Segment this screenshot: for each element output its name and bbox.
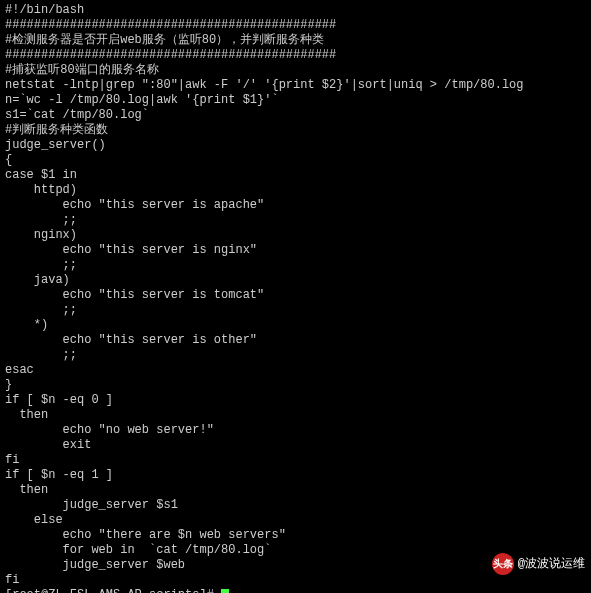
- code-line: }: [5, 378, 586, 393]
- code-line: ########################################…: [5, 18, 586, 33]
- code-line: if [ $n -eq 0 ]: [5, 393, 586, 408]
- code-line: #捕获监听80端口的服务名称: [5, 63, 586, 78]
- prompt-text: [root@ZL-FSL-AMS-AP scripts]#: [5, 588, 221, 593]
- code-line: *): [5, 318, 586, 333]
- code-line: #检测服务器是否开启web服务（监听80），并判断服务种类: [5, 33, 586, 48]
- code-line: httpd): [5, 183, 586, 198]
- code-line: judge_server(): [5, 138, 586, 153]
- code-line: echo "this server is tomcat": [5, 288, 586, 303]
- code-line: ;;: [5, 303, 586, 318]
- terminal-prompt-line[interactable]: [root@ZL-FSL-AMS-AP scripts]#: [5, 588, 586, 593]
- code-line: #判断服务种类函数: [5, 123, 586, 138]
- code-line: {: [5, 153, 586, 168]
- code-line: case $1 in: [5, 168, 586, 183]
- code-line: nginx): [5, 228, 586, 243]
- code-line: exit: [5, 438, 586, 453]
- code-line: #!/bin/bash: [5, 3, 586, 18]
- code-line: then: [5, 408, 586, 423]
- code-line: echo "no web server!": [5, 423, 586, 438]
- code-line: ;;: [5, 213, 586, 228]
- cursor: [221, 589, 229, 593]
- watermark-icon: 头条: [492, 553, 514, 575]
- code-line: java): [5, 273, 586, 288]
- code-line: s1=`cat /tmp/80.log`: [5, 108, 586, 123]
- code-line: echo "this server is apache": [5, 198, 586, 213]
- code-line: ########################################…: [5, 48, 586, 63]
- code-line: ;;: [5, 258, 586, 273]
- watermark: 头条 @波波说运维: [492, 553, 585, 575]
- code-line: judge_server $s1: [5, 498, 586, 513]
- code-line: if [ $n -eq 1 ]: [5, 468, 586, 483]
- code-line: else: [5, 513, 586, 528]
- code-line: then: [5, 483, 586, 498]
- terminal-output: #!/bin/bash#############################…: [5, 3, 586, 588]
- code-line: echo "this server is nginx": [5, 243, 586, 258]
- code-line: netstat -lntp|grep ":80"|awk -F '/' '{pr…: [5, 78, 586, 93]
- code-line: fi: [5, 573, 586, 588]
- watermark-handle: @波波说运维: [518, 557, 585, 572]
- code-line: echo "there are $n web servers": [5, 528, 586, 543]
- code-line: esac: [5, 363, 586, 378]
- code-line: ;;: [5, 348, 586, 363]
- code-line: echo "this server is other": [5, 333, 586, 348]
- code-line: n=`wc -l /tmp/80.log|awk '{print $1}'`: [5, 93, 586, 108]
- code-line: fi: [5, 453, 586, 468]
